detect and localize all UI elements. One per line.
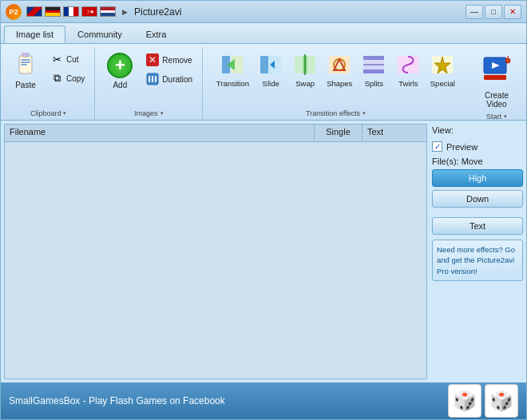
flag-nl[interactable] bbox=[100, 6, 116, 17]
close-button[interactable]: ✕ bbox=[504, 5, 521, 19]
paste-label: Paste bbox=[15, 81, 36, 89]
dice-1: 🎲 bbox=[448, 384, 481, 418]
start-group: Create Video Start ▾ bbox=[469, 47, 525, 120]
bottom-bar-dice: 🎲 🎲 bbox=[448, 384, 518, 418]
duration-button[interactable]: Duration bbox=[141, 70, 197, 88]
splits-icon bbox=[361, 52, 386, 77]
title-arrow: ▶ bbox=[122, 8, 128, 16]
window-title: Picture2avi bbox=[134, 6, 466, 18]
preview-row: ✓ Preview bbox=[432, 140, 523, 153]
remove-icon: ✕ bbox=[146, 53, 159, 66]
bottom-bar-text: SmallGamesBox - Play Flash Games on Face… bbox=[9, 395, 225, 406]
special-label: Special bbox=[430, 79, 455, 88]
col-text: Text bbox=[363, 125, 426, 141]
copy-icon: ⧉ bbox=[50, 72, 63, 85]
special-button[interactable]: Special bbox=[426, 49, 459, 91]
special-icon bbox=[430, 52, 455, 77]
shapes-label: Shapes bbox=[327, 79, 352, 88]
dice-2: 🎲 bbox=[485, 384, 518, 418]
flag-fr[interactable] bbox=[63, 6, 79, 17]
swap-button[interactable]: Swap bbox=[288, 49, 322, 91]
file-table-body[interactable] bbox=[5, 142, 426, 378]
svg-point-31 bbox=[505, 58, 510, 63]
slide-button[interactable]: Slide bbox=[254, 49, 287, 91]
splits-label: Splits bbox=[365, 79, 383, 88]
language-flags: ☽★ bbox=[26, 6, 116, 17]
text-button[interactable]: Text bbox=[432, 217, 523, 235]
shapes-icon bbox=[327, 52, 352, 77]
svg-rect-13 bbox=[260, 56, 268, 73]
slide-icon bbox=[258, 52, 283, 77]
remove-button[interactable]: ✕ Remove bbox=[141, 51, 197, 69]
app-logo: P2 bbox=[6, 4, 22, 20]
bottom-bar[interactable]: SmallGamesBox - Play Flash Games on Face… bbox=[1, 382, 526, 419]
col-filename: Filename bbox=[5, 125, 315, 141]
add-label: Add bbox=[113, 81, 127, 89]
transition-items-row: Transition Slide Swap bbox=[212, 49, 460, 91]
images-expand-icon[interactable]: ▾ bbox=[160, 110, 164, 117]
remove-label: Remove bbox=[162, 56, 192, 65]
down-button[interactable]: Down bbox=[432, 190, 523, 208]
shapes-button[interactable]: Shapes bbox=[323, 49, 356, 91]
start-expand-icon[interactable]: ▾ bbox=[504, 113, 507, 120]
clipboard-group: Paste ✂ Cut ⧉ Copy Clipboard ▾ bbox=[2, 47, 95, 120]
right-panel: View: ✓ Preview File(s): Move High Down … bbox=[430, 121, 526, 382]
transition-effects-group: Transition Slide Swap bbox=[203, 47, 469, 120]
file-table-header: Filename Single Text bbox=[5, 125, 426, 142]
need-effects-box[interactable]: Need more effects? Go and get the Pictur… bbox=[432, 240, 523, 281]
tab-image-list[interactable]: Image list bbox=[4, 26, 65, 43]
svg-rect-3 bbox=[21, 64, 27, 65]
maximize-button[interactable]: □ bbox=[485, 5, 502, 19]
duration-icon bbox=[146, 73, 159, 85]
preview-checkbox[interactable]: ✓ bbox=[432, 141, 442, 152]
flag-de[interactable] bbox=[45, 6, 61, 17]
svg-rect-23 bbox=[363, 69, 384, 73]
svg-rect-30 bbox=[484, 75, 506, 80]
add-icon: + bbox=[107, 53, 133, 78]
clipboard-expand-icon[interactable]: ▾ bbox=[63, 110, 66, 117]
add-button[interactable]: + Add bbox=[100, 49, 140, 93]
twirls-label: Twirls bbox=[398, 79, 418, 88]
transition-button[interactable]: Transition bbox=[212, 49, 253, 91]
swap-label: Swap bbox=[295, 79, 315, 88]
flag-tr[interactable]: ☽★ bbox=[81, 6, 97, 17]
copy-label: Copy bbox=[66, 74, 85, 83]
svg-rect-7 bbox=[152, 76, 153, 82]
swap-icon bbox=[292, 52, 318, 77]
high-button[interactable]: High bbox=[432, 169, 523, 187]
preview-label[interactable]: Preview bbox=[446, 142, 477, 152]
twirls-button[interactable]: Twirls bbox=[391, 49, 425, 91]
svg-rect-1 bbox=[21, 59, 30, 61]
paste-button[interactable]: Paste bbox=[7, 49, 44, 93]
svg-rect-2 bbox=[21, 61, 30, 63]
create-video-label: Create Video bbox=[485, 91, 509, 109]
tab-extra[interactable]: Extra bbox=[134, 26, 179, 43]
splits-button[interactable]: Splits bbox=[357, 49, 390, 91]
col-single: Single bbox=[315, 125, 363, 141]
file-table: Filename Single Text bbox=[4, 124, 427, 379]
svg-rect-4 bbox=[22, 53, 29, 57]
main-area: Filename Single Text View: ✓ Preview Fil… bbox=[1, 121, 526, 382]
transition-group-label: Transition effects ▾ bbox=[306, 109, 366, 120]
ribbon: Paste ✂ Cut ⧉ Copy Clipboard ▾ bbox=[1, 44, 526, 121]
transition-icon bbox=[220, 52, 245, 77]
svg-rect-8 bbox=[155, 76, 157, 82]
flag-gb[interactable] bbox=[26, 6, 42, 17]
create-video-button[interactable]: Create Video bbox=[475, 50, 518, 113]
duration-label: Duration bbox=[162, 75, 192, 84]
view-label: View: bbox=[432, 124, 523, 137]
tab-community[interactable]: Community bbox=[65, 26, 134, 43]
scissors-icon: ✂ bbox=[50, 53, 63, 65]
images-group: + Add ✕ Remove bbox=[95, 47, 203, 120]
copy-button[interactable]: ⧉ Copy bbox=[46, 69, 89, 87]
cut-copy-group: ✂ Cut ⧉ Copy bbox=[46, 49, 89, 87]
paste-icon bbox=[13, 53, 38, 78]
cut-button[interactable]: ✂ Cut bbox=[46, 50, 89, 68]
svg-rect-6 bbox=[149, 76, 150, 82]
transition-expand-icon[interactable]: ▾ bbox=[363, 110, 366, 117]
minimize-button[interactable]: — bbox=[466, 5, 483, 19]
slide-label: Slide bbox=[263, 79, 279, 88]
clipboard-group-label: Clipboard ▾ bbox=[30, 109, 67, 120]
files-move-label: File(s): Move bbox=[432, 157, 523, 166]
twirls-icon bbox=[395, 52, 421, 77]
